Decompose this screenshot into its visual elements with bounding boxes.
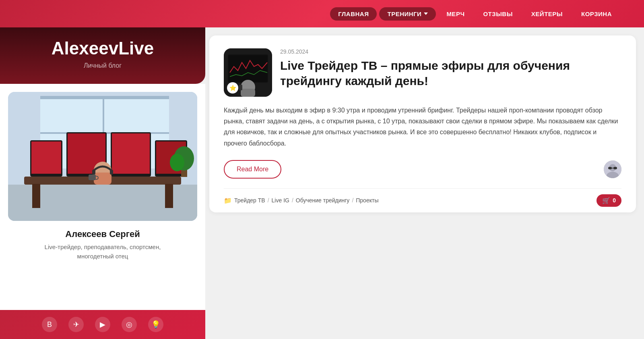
folder-icon: 📁 bbox=[224, 197, 232, 204]
read-more-button[interactable]: Read More bbox=[224, 160, 281, 179]
youtube-icon[interactable]: ▶ bbox=[95, 317, 110, 332]
category-3[interactable]: Обучение трейдингу bbox=[296, 197, 350, 204]
svg-rect-24 bbox=[89, 175, 96, 180]
vk-icon[interactable]: В bbox=[42, 317, 57, 332]
post-footer: 📁 Трейдер ТВ / Live IG / Обучение трейди… bbox=[224, 188, 621, 212]
idea-icon[interactable]: 💡 bbox=[148, 317, 163, 332]
nav-items: ГЛАВНАЯ ТРЕНИНГИ МЕРЧ ОТЗЫВЫ ХЕЙТЕРЫ КОР… bbox=[330, 7, 620, 21]
telegram-icon[interactable]: ✈ bbox=[68, 317, 84, 332]
site-subtitle: Личный блог bbox=[84, 62, 122, 69]
cart-badge[interactable]: 🛒 0 bbox=[597, 194, 621, 207]
post-title: Live Трейдер ТВ – прямые эфиры для обуче… bbox=[280, 58, 621, 88]
svg-rect-14 bbox=[112, 133, 150, 174]
nav-item-home[interactable]: ГЛАВНАЯ bbox=[330, 7, 377, 21]
post-meta: 29.05.2024 Live Трейдер ТВ – прямые эфир… bbox=[280, 48, 621, 88]
profile-description: Live-трейдер, преподаватель, спортсмен, … bbox=[45, 243, 161, 261]
svg-rect-20 bbox=[110, 170, 113, 175]
author-avatar bbox=[604, 160, 621, 178]
post-header: ⭐ 29.05.2024 Live Трейдер ТВ – прямые эф… bbox=[224, 48, 621, 97]
sidebar: AlexeevLive Личный блог bbox=[0, 27, 205, 339]
nav-item-haters[interactable]: ХЕЙТЕРЫ bbox=[523, 7, 571, 21]
sidebar-card: Алексеев Сергей Live-трейдер, преподават… bbox=[0, 84, 205, 310]
site-title: AlexeevLive bbox=[52, 39, 154, 58]
sidebar-header: AlexeevLive Личный блог bbox=[0, 27, 205, 84]
svg-rect-18 bbox=[94, 173, 111, 185]
category-4[interactable]: Проекты bbox=[356, 197, 378, 204]
main-layout: AlexeevLive Личный блог bbox=[0, 27, 644, 339]
navigation-bar: ГЛАВНАЯ ТРЕНИНГИ МЕРЧ ОТЗЫВЫ ХЕЙТЕРЫ КОР… bbox=[0, 0, 644, 27]
cart-icon: 🛒 bbox=[602, 197, 610, 204]
cart-count: 0 bbox=[613, 197, 616, 204]
social-bar: В ✈ ▶ ◎ 💡 bbox=[0, 310, 205, 339]
nav-item-trainings[interactable]: ТРЕНИНГИ bbox=[379, 7, 436, 21]
nav-item-cart[interactable]: КОРЗИНА bbox=[573, 7, 620, 21]
svg-rect-8 bbox=[165, 184, 173, 208]
svg-rect-2 bbox=[40, 96, 169, 99]
profile-image bbox=[8, 92, 197, 221]
nav-item-reviews[interactable]: ОТЗЫВЫ bbox=[475, 7, 520, 21]
svg-rect-35 bbox=[613, 167, 617, 169]
post-categories: 📁 Трейдер ТВ / Live IG / Обучение трейди… bbox=[224, 197, 378, 204]
svg-rect-10 bbox=[31, 141, 61, 174]
post-actions: Read More bbox=[224, 160, 621, 188]
nav-trainings-label: ТРЕНИНГИ bbox=[387, 10, 421, 17]
nav-item-merch[interactable]: МЕРЧ bbox=[438, 7, 473, 21]
instagram-icon[interactable]: ◎ bbox=[122, 317, 137, 332]
svg-rect-7 bbox=[32, 184, 40, 208]
trading-desk-illustration bbox=[8, 92, 197, 221]
svg-rect-34 bbox=[608, 167, 612, 169]
profile-name: Алексеев Сергей bbox=[65, 229, 140, 239]
svg-rect-19 bbox=[92, 170, 95, 175]
svg-point-23 bbox=[170, 154, 184, 171]
category-2[interactable]: Live IG bbox=[272, 197, 289, 204]
chevron-down-icon bbox=[424, 12, 428, 15]
category-1[interactable]: Трейдер ТВ bbox=[234, 197, 265, 204]
star-badge: ⭐ bbox=[227, 82, 238, 94]
post-date: 29.05.2024 bbox=[280, 48, 621, 55]
svg-rect-29 bbox=[241, 89, 255, 97]
svg-rect-30 bbox=[239, 85, 242, 90]
post-body: Каждый день мы выходим в эфир в 9:30 утр… bbox=[224, 105, 621, 149]
post-card: ⭐ 29.05.2024 Live Трейдер ТВ – прямые эф… bbox=[209, 35, 636, 212]
post-thumbnail: ⭐ bbox=[224, 48, 272, 97]
content-area: ⭐ 29.05.2024 Live Трейдер ТВ – прямые эф… bbox=[205, 27, 644, 339]
